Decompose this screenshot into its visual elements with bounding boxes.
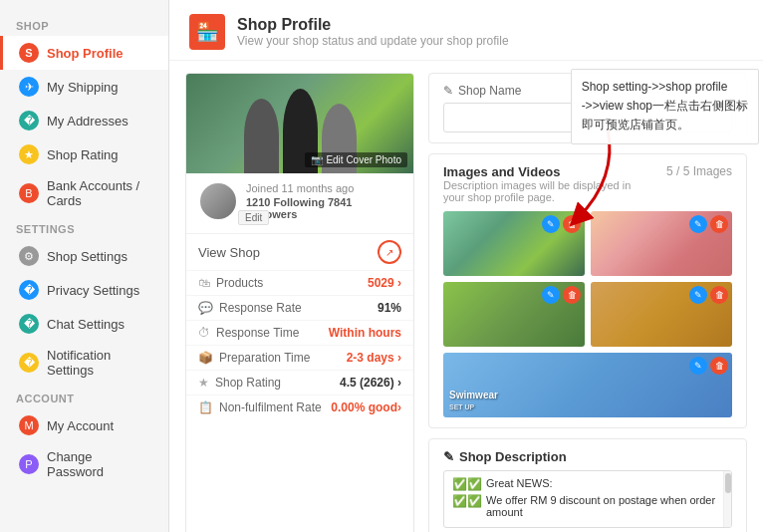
stat-value-3: 2-3 days › — [347, 351, 401, 365]
img3-edit-button[interactable]: ✎ — [542, 286, 560, 304]
desc-scrollbar[interactable] — [723, 471, 731, 527]
shop-follow-stats: 1210 Following 7841 Followers — [246, 196, 401, 220]
sidebar-label-change-password: Change Password — [47, 449, 152, 479]
img2-actions: ✎ 🗑 — [689, 215, 728, 233]
stat-value-1: 91% — [378, 301, 401, 315]
stat-label-1: 💬Response Rate — [198, 301, 302, 315]
sidebar-label-shop-settings: Shop Settings — [47, 249, 127, 264]
desc-header: ✎ Shop Description — [443, 449, 732, 464]
sidebar-item-change-password[interactable]: PChange Password — [0, 442, 168, 486]
sidebar-icon-change-password: P — [19, 454, 39, 474]
sidebar-icon-bank-accounts: B — [19, 183, 39, 203]
edit-profile-button[interactable]: Edit — [238, 210, 269, 225]
image-thumb-2: ✎ 🗑 — [591, 211, 732, 276]
stat-row-2: ⏱Response TimeWithin hours — [186, 320, 413, 345]
sidebar-label-shop-profile: Shop Profile — [47, 46, 124, 61]
page-subtitle: View your shop status and update your sh… — [237, 34, 509, 48]
sidebar: SHOPSShop Profile✈My Shipping�My Address… — [0, 0, 169, 532]
sidebar-icon-chat-settings: � — [19, 314, 39, 334]
sidebar-item-notification-settings[interactable]: �Notification Settings — [0, 341, 168, 385]
sidebar-item-shop-rating[interactable]: ★Shop Rating — [0, 137, 168, 171]
sidebar-icon-my-addresses: � — [19, 111, 39, 131]
sidebar-section-settings: SETTINGS — [0, 215, 168, 239]
sidebar-icon-shop-settings: ⚙ — [19, 246, 39, 266]
view-shop-button[interactable]: ↗ — [378, 240, 401, 264]
images-section: Images and Videos Description images wil… — [428, 153, 747, 428]
image-thumb-4: ✎ 🗑 — [591, 282, 732, 347]
img2-edit-button[interactable]: ✎ — [689, 215, 707, 233]
stat-label-text-1: Response Rate — [219, 301, 302, 315]
stat-value-5: 0.00% good› — [331, 400, 401, 414]
sidebar-label-privacy-settings: Privacy Settings — [47, 283, 139, 298]
sidebar-label-my-shipping: My Shipping — [47, 80, 119, 95]
sidebar-section-account: ACCOUNT — [0, 385, 168, 408]
img4-delete-button[interactable]: 🗑 — [710, 286, 728, 304]
img4-actions: ✎ 🗑 — [689, 286, 728, 304]
stat-icon-4: ★ — [198, 376, 209, 390]
img5-actions: ✎ 🗑 — [689, 357, 728, 375]
edit-cover-overlay[interactable]: 📷 Edit Cover Photo — [305, 152, 407, 167]
check-icon-1: ✅✅ — [452, 477, 482, 491]
desc-line-2: ✅✅ We offer RM 9 discount on postage whe… — [452, 494, 723, 518]
shop-avatar — [198, 181, 238, 221]
view-shop-label: View Shop — [198, 245, 260, 260]
stat-value-0: 5029 › — [368, 276, 401, 290]
stat-icon-1: 💬 — [198, 301, 213, 315]
img5-delete-button[interactable]: 🗑 — [710, 357, 728, 375]
sidebar-item-shop-settings[interactable]: ⚙Shop Settings — [0, 239, 168, 273]
img1-delete-button[interactable]: 🗑 — [563, 215, 581, 233]
page-title: Shop Profile — [237, 16, 509, 34]
shop-avatar-wrap: Joined 11 months ago 1210 Following 7841… — [198, 181, 401, 221]
annotation-text: Shop setting->>shop profile->>view shop一… — [582, 80, 748, 132]
images-title: Images and Videos — [443, 164, 642, 179]
sidebar-label-shop-rating: Shop Rating — [47, 147, 119, 162]
sidebar-icon-my-account: M — [19, 415, 39, 435]
images-desc: Description images will be displayed in … — [443, 179, 642, 203]
img5-edit-button[interactable]: ✎ — [689, 357, 707, 375]
desc-line-1: ✅✅ Great NEWS: — [452, 477, 723, 491]
stat-label-text-2: Response Time — [216, 326, 299, 340]
stat-label-4: ★Shop Rating — [198, 376, 281, 390]
stat-label-2: ⏱Response Time — [198, 326, 299, 340]
img2-delete-button[interactable]: 🗑 — [710, 215, 728, 233]
img1-actions: ✎ 🗑 — [542, 215, 581, 233]
sidebar-label-chat-settings: Chat Settings — [47, 317, 125, 332]
sidebar-label-my-addresses: My Addresses — [47, 114, 128, 129]
desc-content: ✅✅ Great NEWS: ✅✅ We offer RM 9 discount… — [443, 470, 732, 528]
shop-join-info: Joined 11 months ago — [246, 182, 401, 194]
sidebar-item-my-addresses[interactable]: �My Addresses — [0, 104, 168, 137]
stat-row-0: 🛍Products5029 › — [186, 270, 413, 295]
check-icon-2: ✅✅ — [452, 494, 482, 508]
image-thumb-3: ✎ 🗑 — [443, 282, 585, 347]
sidebar-item-chat-settings[interactable]: �Chat Settings — [0, 307, 168, 341]
sidebar-icon-notification-settings: � — [19, 353, 39, 373]
sidebar-icon-privacy-settings: � — [19, 280, 39, 300]
sidebar-item-bank-accounts[interactable]: BBank Accounts / Cards — [0, 171, 168, 215]
img4-edit-button[interactable]: ✎ — [689, 286, 707, 304]
shop-cover: 📷 Edit Cover Photo — [186, 74, 413, 173]
stat-value-2: Within hours — [329, 326, 401, 340]
stat-label-text-5: Non-fulfilment Rate — [219, 400, 322, 414]
sidebar-section-shop: SHOP — [0, 12, 168, 36]
sidebar-icon-my-shipping: ✈ — [19, 77, 39, 97]
img3-actions: ✎ 🗑 — [542, 286, 581, 304]
sidebar-label-my-account: My Account — [47, 418, 114, 433]
edit-cover-text: Edit Cover Photo — [326, 154, 401, 165]
sidebar-item-privacy-settings[interactable]: �Privacy Settings — [0, 273, 168, 307]
swimwear-label: SwimwearSET UP — [449, 390, 498, 411]
sidebar-label-notification-settings: Notification Settings — [47, 348, 152, 378]
page-header: 🏪 Shop Profile View your shop status and… — [169, 0, 763, 61]
sidebar-item-my-shipping[interactable]: ✈My Shipping — [0, 70, 168, 104]
img3-delete-button[interactable]: 🗑 — [563, 286, 581, 304]
stat-value-4: 4.5 (2626) › — [340, 376, 401, 390]
images-header: Images and Videos Description images wil… — [443, 164, 732, 203]
stat-icon-3: 📦 — [198, 351, 213, 365]
main-content: 🏪 Shop Profile View your shop status and… — [169, 0, 763, 532]
desc-text-2: We offer RM 9 discount on postage when o… — [486, 494, 723, 518]
images-count: 5 / 5 Images — [666, 164, 732, 178]
stat-row-1: 💬Response Rate91% — [186, 295, 413, 320]
desc-text-1: Great NEWS: — [486, 477, 553, 489]
sidebar-item-shop-profile[interactable]: SShop Profile — [0, 36, 168, 70]
img1-edit-button[interactable]: ✎ — [542, 215, 560, 233]
sidebar-item-my-account[interactable]: MMy Account — [0, 408, 168, 442]
